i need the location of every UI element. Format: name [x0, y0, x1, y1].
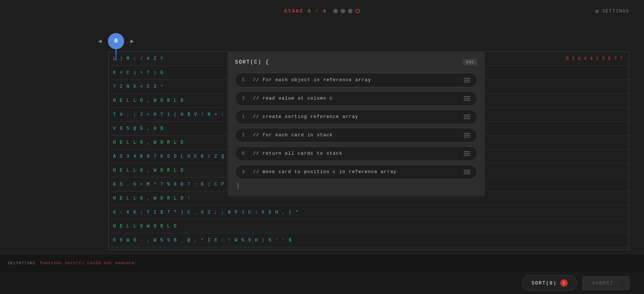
status-bar: 1617877102 function sort(c) could not ex…: [0, 254, 644, 272]
nav-number: 0: [108, 33, 124, 49]
drag-handle-icon[interactable]: [464, 78, 470, 82]
stage-label: STAGE 4 / 4: [284, 8, 360, 14]
status-message: function sort(c) could not execute: [40, 261, 134, 265]
submit-arrow-icon: ←: [616, 280, 620, 286]
status-timestamp: 1617877102: [7, 261, 35, 265]
modal-item-text: // move card to position c in reference …: [253, 169, 464, 175]
esc-button[interactable]: ESC: [463, 59, 477, 65]
drag-handle-icon[interactable]: [464, 115, 470, 119]
card-row-content: H E L L O W O R L D: [109, 221, 629, 232]
modal-item[interactable]: 4// move card to position c in reference…: [235, 165, 477, 179]
stage-separator: /: [315, 8, 319, 14]
stage-dot-4: [355, 9, 360, 13]
modal-item-number: 3: [242, 96, 248, 101]
modal-item[interactable]: 3// read value at column c: [235, 91, 477, 106]
drag-handle-icon[interactable]: [464, 133, 470, 137]
nav-next-arrow[interactable]: ▶: [128, 37, 137, 46]
sort-button-label: SORT(0): [532, 280, 557, 286]
drag-handle-icon[interactable]: [464, 96, 470, 101]
nav-prev-arrow[interactable]: ◀: [95, 37, 104, 46]
modal-item[interactable]: 5// for each object in reference array: [235, 73, 477, 87]
modal-closing-brace: }: [235, 183, 477, 189]
modal-header: SORT(C) { ESC: [235, 59, 477, 65]
modal-item-text: // for each object in reference array: [253, 78, 464, 83]
card-row-content: 4 B % ^ : I 9 & E & 5 ! V B 3 L P ¢ 5 Z …: [109, 249, 629, 250]
drag-handle-icon[interactable]: [464, 170, 470, 174]
settings-label: SETTINGS: [602, 8, 629, 14]
main-content: ◀ 0 ▶ L ) M : / # Z Y0 2 6 4 4 1 9 9 7 7…: [0, 22, 644, 250]
card-row-content: # : ¢ K ; T I $ 7 " ) C _ # 2 ; ; A P J …: [109, 207, 629, 218]
stage-dots: [333, 9, 360, 13]
modal-item-text: // read value at column c: [253, 96, 464, 101]
modal-item-number: 5: [242, 78, 248, 83]
modal-item-number: 4: [242, 169, 248, 175]
modal-title: SORT(C) {: [235, 59, 269, 65]
settings-button[interactable]: ⚙ SETTINGS: [596, 8, 629, 14]
card-row-content: S 9 W 0 - , W % S B _ @ , * I X : ! W % …: [109, 235, 629, 246]
submit-button[interactable]: SUBMIT ←: [583, 276, 629, 290]
modal-item-number: 1: [242, 114, 248, 119]
modal-item[interactable]: 2// for each card in stack: [235, 128, 477, 143]
modal-item-text: // for each card in stack: [253, 133, 464, 138]
submit-label: SUBMIT: [592, 280, 614, 286]
gear-icon: ⚙: [596, 8, 599, 14]
table-row: H E L L O W O R L D: [109, 219, 629, 233]
modal-item[interactable]: 6// return all cards to stack: [235, 146, 477, 161]
stage-text: STAGE: [284, 8, 304, 14]
sort-notification-dot: !: [560, 279, 568, 287]
header: STAGE 4 / 4 ⚙ SETTINGS: [0, 0, 644, 22]
modal-item[interactable]: 1// create sorting reference array: [235, 110, 477, 124]
modal-item-number: 6: [242, 151, 248, 156]
bottom-bar: SORT(0) ! SUBMIT ←: [0, 272, 644, 294]
table-row: 4 B % ^ : I 9 & E & 5 ! V B 3 L P ¢ 5 Z …: [109, 247, 629, 250]
table-row: # : ¢ K ; T I $ 7 " ) C _ # 2 ; ; A P J …: [109, 205, 629, 219]
stage-dot-3: [348, 9, 352, 13]
drag-handle-icon[interactable]: [464, 151, 470, 156]
stage-dot-2: [341, 9, 345, 13]
modal-item-text: // return all cards to stack: [253, 151, 464, 156]
stage-total: 4: [323, 8, 327, 14]
card-row-number: 0 2 6 4 4 1 9 9 7 7: [560, 53, 629, 64]
modal-item-text: // create sorting reference array: [253, 114, 464, 119]
modal-items: 5// for each object in reference array3/…: [235, 73, 477, 179]
sort-button[interactable]: SORT(0) !: [522, 275, 577, 291]
modal-overlay: SORT(C) { ESC 5// for each object in ref…: [228, 51, 485, 196]
modal-item-number: 2: [242, 133, 248, 138]
table-row: S 9 W 0 - , W % S B _ @ , * I X : ! W % …: [109, 233, 629, 247]
stage-dot-1: [333, 9, 338, 13]
nav-controls: ◀ 0 ▶: [95, 33, 137, 49]
stage-current: 4: [308, 8, 312, 14]
